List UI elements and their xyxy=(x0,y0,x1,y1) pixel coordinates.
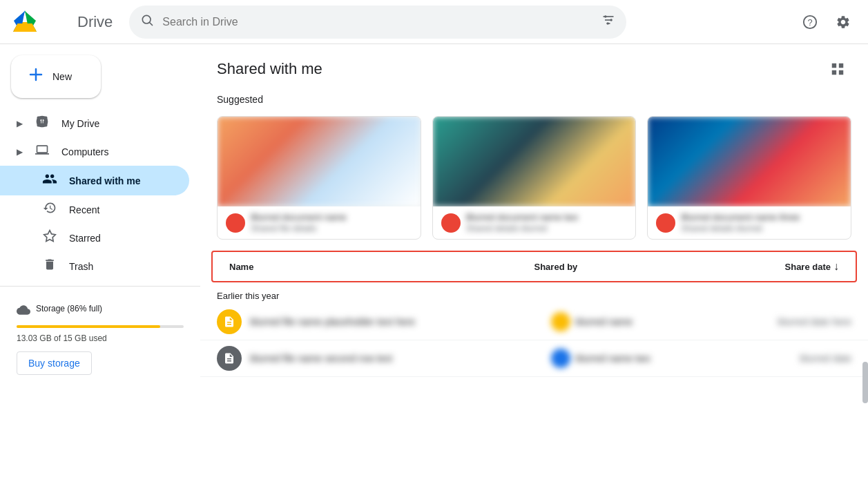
thumbnail-image xyxy=(218,117,421,206)
file-name: blurred file name second row text xyxy=(250,353,551,364)
page-title: Shared with me xyxy=(217,60,322,78)
header-actions: ? xyxy=(796,8,857,36)
main-content: Shared with me Suggested Blurred documen… xyxy=(200,44,868,484)
new-button-label: New xyxy=(52,71,72,82)
shared-by-column-header: Shared by xyxy=(534,262,687,272)
sort-arrow-icon: ↓ xyxy=(833,260,839,273)
share-date: blurred date xyxy=(701,353,851,364)
table-row[interactable]: blurred file name second row text blurre… xyxy=(200,340,868,377)
card-thumbnail xyxy=(433,117,636,206)
sharer-name: blurred name two xyxy=(576,353,650,364)
plus-icon xyxy=(28,66,44,87)
sidebar-item-label: Starred xyxy=(69,233,101,244)
storage-used-text: 13.03 GB of 15 GB used xyxy=(17,333,184,343)
file-meta: Blurred document name three Shared detai… xyxy=(681,212,842,233)
expand-icon: ▶ xyxy=(17,119,23,128)
file-name: Blurred document name three xyxy=(681,212,842,222)
sidebar-item-label: Recent xyxy=(69,204,99,215)
sharer-info: blurred name xyxy=(551,312,702,331)
share-date-column-header: Share date ↓ xyxy=(686,260,839,273)
sidebar-item-shared-with-me[interactable]: Shared with me xyxy=(0,166,189,195)
file-subtext: Shared details blurred xyxy=(681,224,842,233)
app-body: New ▶ My Drive ▶ Computers Shared with m… xyxy=(0,44,868,484)
search-bar[interactable] xyxy=(129,6,626,39)
sidebar-item-label: Shared with me xyxy=(69,175,140,186)
sidebar-item-label: Trash xyxy=(69,261,93,272)
cloud-icon xyxy=(17,303,30,320)
sharer-avatar xyxy=(551,349,570,368)
storage-label: Storage (86% full) xyxy=(36,304,102,313)
file-subtext: Shared details blurred xyxy=(466,224,628,233)
sidebar-item-recent[interactable]: Recent xyxy=(0,195,189,224)
table-header[interactable]: Name Shared by Share date ↓ xyxy=(211,251,857,282)
scrollbar[interactable] xyxy=(862,362,868,403)
logo: Drive xyxy=(11,8,113,36)
expand-icon: ▶ xyxy=(17,147,23,157)
card-thumbnail xyxy=(648,117,851,206)
card-thumbnail xyxy=(218,117,421,206)
file-type-icon xyxy=(217,309,242,334)
settings-button[interactable] xyxy=(829,8,857,36)
computers-icon xyxy=(34,143,50,160)
sidebar: New ▶ My Drive ▶ Computers Shared with m… xyxy=(0,44,200,484)
svg-point-16 xyxy=(607,22,609,24)
sidebar-divider xyxy=(0,286,200,287)
suggested-label: Suggested xyxy=(200,88,868,110)
thumbnail-image xyxy=(648,117,851,206)
suggested-card[interactable]: Blurred document name two Shared details… xyxy=(432,116,637,240)
sharer-name: blurred name xyxy=(576,316,633,327)
file-meta: Blurred document name two Shared details… xyxy=(466,212,628,233)
grid-view-button[interactable] xyxy=(824,55,851,83)
file-type-icon xyxy=(217,346,242,371)
recent-icon xyxy=(41,201,58,218)
drive-logo-icon xyxy=(11,8,39,36)
sharer-avatar xyxy=(551,312,570,331)
svg-text:?: ? xyxy=(807,17,812,27)
name-column-header: Name xyxy=(229,262,534,272)
sharer-info: blurred name two xyxy=(551,349,702,368)
app-header: Drive ? xyxy=(0,0,868,44)
share-date: blurred date here xyxy=(701,316,851,327)
storage-bar xyxy=(17,325,184,328)
svg-point-15 xyxy=(610,19,613,21)
sidebar-item-label: My Drive xyxy=(61,118,99,129)
svg-marker-8 xyxy=(13,23,37,32)
search-icon xyxy=(140,13,154,30)
shared-icon xyxy=(41,171,58,190)
table-row[interactable]: blurred file name placeholder text here … xyxy=(200,304,868,340)
search-input[interactable] xyxy=(162,16,593,28)
suggested-card[interactable]: Blurred document name three Shared detai… xyxy=(647,116,851,240)
sidebar-item-trash[interactable]: Trash xyxy=(0,252,189,280)
buy-storage-button[interactable]: Buy storage xyxy=(17,351,92,375)
card-info: Blurred document name two Shared details… xyxy=(433,206,636,239)
file-name: Blurred document name two xyxy=(466,212,628,222)
thumbnail-image xyxy=(433,117,636,206)
sidebar-item-my-drive[interactable]: ▶ My Drive xyxy=(0,109,189,137)
file-name: blurred file name placeholder text here xyxy=(250,316,551,327)
my-drive-icon xyxy=(34,115,50,132)
avatar xyxy=(226,213,245,233)
main-header: Shared with me xyxy=(200,44,868,88)
file-subtext: Shared file details xyxy=(251,224,412,233)
storage-fill xyxy=(17,325,160,328)
svg-line-10 xyxy=(150,23,153,26)
file-meta: Blurred document name Shared file detail… xyxy=(251,212,412,233)
card-info: Blurred document name Shared file detail… xyxy=(218,206,421,239)
group-label: Earlier this year xyxy=(200,282,868,304)
app-title: Drive xyxy=(77,13,113,31)
search-filter-icon[interactable] xyxy=(601,13,615,30)
file-name: Blurred document name xyxy=(251,212,412,222)
sidebar-item-computers[interactable]: ▶ Computers xyxy=(0,137,189,166)
avatar xyxy=(441,213,461,233)
suggested-card[interactable]: Blurred document name Shared file detail… xyxy=(217,116,421,240)
suggested-grid: Blurred document name Shared file detail… xyxy=(200,110,868,251)
svg-point-14 xyxy=(605,15,607,17)
sidebar-item-label: Computers xyxy=(61,146,108,157)
card-info: Blurred document name three Shared detai… xyxy=(648,206,851,239)
trash-icon xyxy=(41,258,58,275)
help-button[interactable]: ? xyxy=(796,8,824,36)
sidebar-item-starred[interactable]: Starred xyxy=(0,224,189,252)
new-button[interactable]: New xyxy=(11,55,101,98)
svg-marker-21 xyxy=(44,231,56,242)
storage-section: Storage (86% full) 13.03 GB of 15 GB use… xyxy=(0,292,200,386)
